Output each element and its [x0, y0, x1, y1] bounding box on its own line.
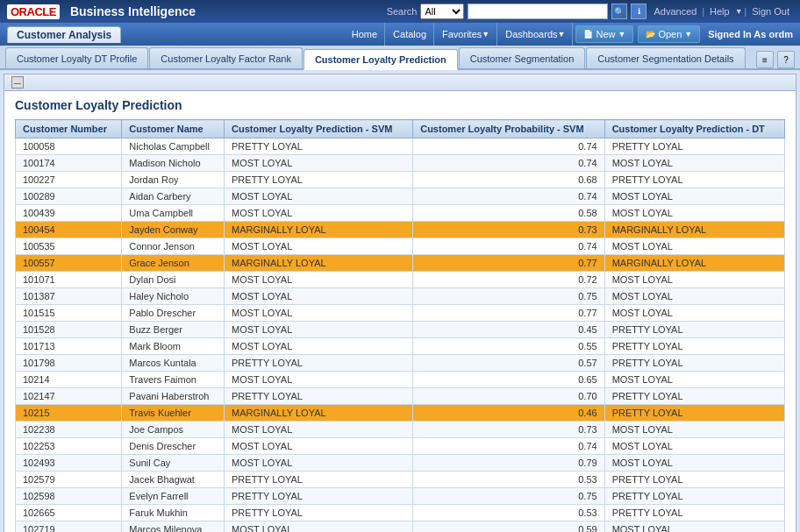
dashboards-link[interactable]: Dashboards ▼: [498, 23, 573, 46]
tab-seg-details[interactable]: Customer Segmentation Details: [586, 47, 745, 68]
cell-dt-prediction: MOST LOYAL: [604, 521, 784, 533]
cell-svm-probability: 0.75: [413, 488, 604, 505]
section-title: Customer Loyalty Prediction: [4, 91, 796, 116]
search-area: Search All 🔍 ℹ Advanced | Help ▼ | Sign …: [387, 4, 793, 19]
table-row: 101071 Dylan Dosi MOST LOYAL 0.72 MOST L…: [16, 272, 785, 288]
cell-svm-prediction: MOST LOYAL: [225, 238, 413, 255]
cell-dt-prediction: MOST LOYAL: [604, 205, 784, 222]
tab-prediction[interactable]: Customer Loyalty Prediction: [304, 49, 458, 70]
col-header-customer-name: Customer Name: [122, 120, 225, 138]
table-row: 10214 Travers Faimon MOST LOYAL 0.65 MOS…: [16, 372, 785, 388]
cell-dt-prediction: MOST LOYAL: [604, 455, 784, 472]
cell-svm-probability: 0.77: [413, 255, 604, 272]
home-link[interactable]: Home: [345, 23, 385, 46]
cell-svm-prediction: MOST LOYAL: [225, 338, 413, 355]
nav-links: Home Catalog Favorites ▼ Dashboards ▼ 📄 …: [345, 23, 793, 46]
cell-svm-prediction: MARGINALLY LOYAL: [225, 222, 413, 238]
tab-menu-button[interactable]: ≡: [756, 51, 774, 68]
cell-customer-name: Marcos Milenova: [122, 521, 225, 533]
col-header-svm-prediction: Customer Loyalty Prediction - SVM: [225, 120, 413, 138]
table-row: 101528 Buzz Berger MOST LOYAL 0.45 PRETT…: [16, 322, 785, 338]
cell-customer-name: Pavani Haberstroh: [122, 388, 225, 405]
cell-svm-probability: 0.77: [413, 305, 604, 322]
cell-svm-probability: 0.74: [413, 188, 604, 205]
cell-svm-probability: 0.72: [413, 272, 604, 288]
cell-svm-probability: 0.74: [413, 155, 604, 172]
table-container: Customer Number Customer Name Customer L…: [4, 116, 796, 532]
search-label: Search: [387, 6, 418, 17]
table-row: 100058 Nicholas Campbell PRETTY LOYAL 0.…: [16, 138, 785, 155]
search-input[interactable]: [468, 4, 608, 19]
cell-svm-probability: 0.74: [413, 138, 604, 155]
cell-svm-prediction: MOST LOYAL: [225, 322, 413, 338]
cell-svm-probability: 0.59: [413, 521, 604, 533]
table-row: 101515 Pablo Drescher MOST LOYAL 0.77 MO…: [16, 305, 785, 322]
open-button[interactable]: 📂 Open ▼: [638, 25, 700, 43]
signed-in-label: Signed In As ordm: [708, 29, 793, 39]
cell-customer-name: Dylan Dosi: [122, 272, 225, 288]
search-button[interactable]: 🔍: [611, 4, 627, 19]
new-button[interactable]: 📄 New ▼: [575, 25, 633, 43]
signout-link[interactable]: Sign Out: [748, 6, 793, 17]
cell-customer-name: Buzz Berger: [122, 322, 225, 338]
app-title-tab[interactable]: Customer Analysis: [7, 26, 121, 43]
cell-svm-probability: 0.74: [413, 238, 604, 255]
cell-customer-number: 102253: [16, 438, 122, 455]
cell-customer-name: Pablo Drescher: [122, 305, 225, 322]
new-arrow: ▼: [618, 30, 625, 39]
search-select[interactable]: All: [420, 4, 464, 19]
catalog-link[interactable]: Catalog: [386, 23, 434, 46]
cell-customer-number: 101387: [16, 288, 122, 305]
info-button[interactable]: ℹ: [631, 4, 646, 19]
cell-customer-name: Sunil Cay: [122, 455, 225, 472]
table-row: 101798 Marcos Kuntala PRETTY LOYAL 0.57 …: [16, 355, 785, 372]
help-link[interactable]: Help: [706, 6, 733, 17]
table-row: 100174 Madison Nicholo MOST LOYAL 0.74 M…: [16, 155, 785, 172]
table-row: 100557 Grace Jenson MARGINALLY LOYAL 0.7…: [16, 255, 785, 272]
cell-svm-prediction: MOST LOYAL: [225, 188, 413, 205]
table-row: 102253 Denis Drescher MOST LOYAL 0.74 MO…: [16, 438, 785, 455]
top-links: Advanced | Help ▼ | Sign Out: [650, 6, 793, 17]
cell-svm-probability: 0.73: [413, 222, 604, 238]
cell-svm-prediction: MOST LOYAL: [225, 438, 413, 455]
dashboards-arrow: ▼: [558, 30, 566, 39]
advanced-link[interactable]: Advanced: [650, 6, 700, 17]
cell-customer-number: 10214: [16, 372, 122, 388]
table-row: 100289 Aidan Carbery MOST LOYAL 0.74 MOS…: [16, 188, 785, 205]
cell-customer-number: 100174: [16, 155, 122, 172]
cell-customer-name: Uma Campbell: [122, 205, 225, 222]
minimize-button[interactable]: —: [11, 76, 24, 89]
tab-dt-profile[interactable]: Customer Loyalty DT Profile: [5, 47, 148, 68]
cell-svm-prediction: MOST LOYAL: [225, 372, 413, 388]
help-icon-button[interactable]: ?: [777, 51, 795, 68]
cell-dt-prediction: MOST LOYAL: [604, 288, 784, 305]
cell-dt-prediction: MOST LOYAL: [604, 155, 784, 172]
cell-svm-probability: 0.70: [413, 388, 604, 405]
cell-svm-probability: 0.46: [413, 405, 604, 422]
cell-customer-number: 100227: [16, 172, 122, 188]
oracle-logo: ORACLE: [7, 4, 60, 19]
cell-svm-prediction: MOST LOYAL: [225, 288, 413, 305]
cell-customer-number: 100289: [16, 188, 122, 205]
cell-dt-prediction: MOST LOYAL: [604, 372, 784, 388]
cell-dt-prediction: MARGINALLY LOYAL: [604, 222, 784, 238]
col-header-svm-probability: Customer Loyalty Probability - SVM: [413, 120, 604, 138]
tab-icons: ≡ ?: [756, 51, 795, 68]
content-header: —: [4, 74, 796, 91]
cell-customer-number: 101515: [16, 305, 122, 322]
cell-svm-probability: 0.53: [413, 505, 604, 521]
cell-customer-name: Haley Nicholo: [122, 288, 225, 305]
cell-dt-prediction: PRETTY LOYAL: [604, 138, 784, 155]
cell-customer-name: Aidan Carbery: [122, 188, 225, 205]
tab-segmentation[interactable]: Customer Segmentation: [459, 47, 586, 68]
cell-dt-prediction: PRETTY LOYAL: [604, 172, 784, 188]
cell-svm-prediction: PRETTY LOYAL: [225, 472, 413, 488]
cell-svm-probability: 0.68: [413, 172, 604, 188]
favorites-link[interactable]: Favorites ▼: [435, 23, 497, 46]
cell-customer-name: Denis Drescher: [122, 438, 225, 455]
tab-factor-rank[interactable]: Customer Loyalty Factor Rank: [149, 47, 303, 68]
cell-customer-number: 102147: [16, 388, 122, 405]
table-row: 100227 Jordan Roy PRETTY LOYAL 0.68 PRET…: [16, 172, 785, 188]
cell-customer-name: Marcos Kuntala: [122, 355, 225, 372]
cell-svm-prediction: MARGINALLY LOYAL: [225, 255, 413, 272]
